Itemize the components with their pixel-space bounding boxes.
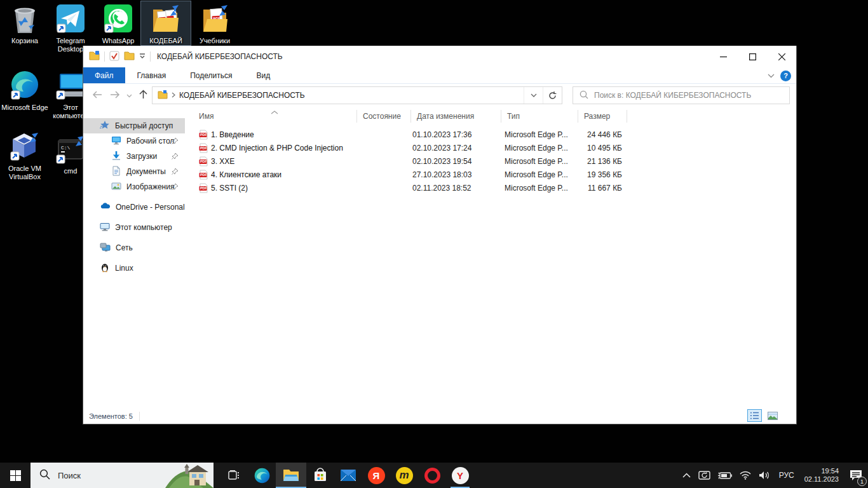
- details-view-button[interactable]: [747, 409, 762, 422]
- search-input[interactable]: Поиск в: КОДЕБАЙ КИБЕРБЕЗОПАСНОСТЬ: [573, 86, 790, 104]
- telegram-icon: [46, 3, 95, 35]
- taskbar-explorer-button[interactable]: [276, 463, 306, 488]
- taskbar-yandex-search-button[interactable]: Я: [362, 463, 390, 488]
- forward-button[interactable]: [107, 91, 123, 100]
- tab-share[interactable]: Поделиться: [178, 67, 244, 83]
- desktop-icon-edge[interactable]: Microsoft Edge: [0, 70, 50, 112]
- download-arrow-icon: [111, 151, 121, 163]
- file-size: 19 356 КБ: [560, 170, 622, 179]
- tab-home[interactable]: Главная: [125, 67, 179, 83]
- taskbar-yandex-browser-button[interactable]: Y: [446, 463, 474, 488]
- sidebar-item-onedrive[interactable]: OneDrive - Personal: [83, 200, 185, 215]
- desktop-icon-kodebay-folder[interactable]: PDF КОДЕБАЙ: [141, 1, 191, 45]
- taskbar-opera-button[interactable]: [418, 463, 446, 488]
- tray-chevron-up-icon[interactable]: [679, 463, 695, 488]
- tray-volume-icon[interactable]: [755, 463, 774, 488]
- separator: [139, 412, 140, 421]
- desktop-icon-whatsapp[interactable]: WhatsApp: [93, 3, 143, 45]
- pdf-file-icon: PDF: [199, 183, 208, 195]
- action-center-button[interactable]: 1: [844, 463, 868, 488]
- desktop-icon-uchebniki-folder[interactable]: PDF Учебники: [190, 3, 240, 45]
- properties-check-icon[interactable]: [109, 51, 119, 63]
- recent-locations-chevron-icon[interactable]: [125, 91, 133, 100]
- edge-icon: [0, 70, 50, 102]
- address-bar[interactable]: КОДЕБАЙ КИБЕРБЕЗОПАСНОСТЬ: [152, 86, 562, 104]
- file-row[interactable]: PDF 2. CMD Injection & PHP Code Injectio…: [185, 142, 796, 155]
- start-button[interactable]: [0, 463, 31, 488]
- file-row[interactable]: PDF 3. XXE 02.10.2023 19:54 Microsoft Ed…: [185, 155, 796, 168]
- back-button[interactable]: [90, 91, 105, 100]
- desktop: Корзина Telegram Desktop WhatsA: [0, 0, 868, 488]
- sidebar-item-desktop[interactable]: Рабочий стол: [83, 133, 185, 149]
- sidebar-item-linux[interactable]: Linux: [83, 261, 185, 276]
- tab-view[interactable]: Вид: [244, 67, 282, 83]
- desktop-icon-virtualbox[interactable]: Oracle VM VirtualBox: [0, 131, 50, 181]
- close-button[interactable]: [767, 46, 796, 67]
- tray-language-indicator[interactable]: РУС: [774, 471, 799, 480]
- desktop-icon-label: WhatsApp: [93, 37, 143, 45]
- search-placeholder: Поиск в: КОДЕБАЙ КИБЕРБЕЗОПАСНОСТЬ: [594, 91, 751, 100]
- sidebar-item-pictures[interactable]: Изображения: [83, 179, 185, 194]
- new-folder-icon[interactable]: [89, 51, 100, 62]
- system-tray: РУС 19:54 02.11.2023 1: [679, 463, 868, 488]
- taskbar-mail-button[interactable]: [334, 463, 362, 488]
- tray-cast-icon[interactable]: [695, 463, 714, 488]
- sidebar-item-quick-access[interactable]: Быстрый доступ: [83, 118, 185, 133]
- taskbar-edge-button[interactable]: [248, 463, 276, 488]
- tray-clock[interactable]: 19:54 02.11.2023: [799, 467, 844, 484]
- minimize-button[interactable]: [709, 46, 738, 67]
- taskbar-store-button[interactable]: [306, 463, 334, 488]
- pdf-file-icon: PDF: [199, 156, 208, 168]
- task-view-button[interactable]: [220, 463, 248, 488]
- tray-battery-icon[interactable]: [714, 463, 736, 488]
- maximize-button[interactable]: [738, 46, 767, 67]
- file-row[interactable]: PDF 4. Клиентские атаки 27.10.2023 18:03…: [185, 168, 796, 182]
- expand-ribbon-chevron-icon[interactable]: [768, 71, 775, 80]
- sidebar-item-this-pc[interactable]: Этот компьютер: [83, 220, 185, 235]
- file-name: 3. XXE: [211, 157, 234, 166]
- breadcrumb-chevron-icon[interactable]: [172, 91, 175, 100]
- column-header-size[interactable]: Размер: [584, 112, 610, 121]
- help-button[interactable]: ?: [780, 71, 791, 81]
- sidebar-item-documents[interactable]: Документы: [83, 164, 185, 179]
- column-header-date[interactable]: Дата изменения: [417, 112, 474, 121]
- svg-text:PDF: PDF: [200, 159, 207, 163]
- sidebar-item-label: Linux: [115, 264, 133, 273]
- notification-count-badge: 1: [857, 477, 867, 486]
- file-row[interactable]: PDF 1. Введение 01.10.2023 17:36 Microso…: [185, 128, 796, 142]
- file-name: 1. Введение: [211, 130, 254, 139]
- column-header-type[interactable]: Тип: [507, 112, 520, 121]
- refresh-button[interactable]: [543, 87, 562, 104]
- search-highlight-picture[interactable]: [165, 463, 214, 488]
- svg-text:PDF: PDF: [200, 146, 207, 150]
- file-type: Microsoft Edge P...: [505, 170, 568, 179]
- virtualbox-icon: [0, 131, 50, 163]
- tab-file[interactable]: Файл: [83, 67, 125, 83]
- column-header-status[interactable]: Состояние: [363, 112, 401, 121]
- address-history-chevron-icon[interactable]: [524, 87, 543, 104]
- desktop-icon-label: Корзина: [0, 37, 50, 45]
- onedrive-cloud-icon: [100, 201, 111, 214]
- column-header-name[interactable]: Имя: [199, 112, 214, 121]
- up-button[interactable]: [136, 90, 151, 101]
- sidebar-item-label: Изображения: [126, 182, 174, 191]
- desktop-icon-recycle-bin[interactable]: Корзина: [0, 3, 50, 45]
- taskbar-search-input[interactable]: Поиск: [31, 463, 214, 488]
- folder-icon[interactable]: [124, 51, 135, 62]
- file-size: 21 136 КБ: [560, 157, 622, 166]
- file-row[interactable]: PDF 5. SSTI (2) 02.11.2023 18:52 Microso…: [185, 182, 796, 195]
- qat-customize-chevron-icon[interactable]: [139, 52, 146, 61]
- tray-wifi-icon[interactable]: [736, 463, 755, 488]
- window-title: КОДЕБАЙ КИБЕРБЕЗОПАСНОСТЬ: [157, 52, 283, 61]
- document-icon: [111, 166, 121, 178]
- sidebar-item-network[interactable]: Сеть: [83, 240, 185, 255]
- taskbar-amigo-button[interactable]: m: [390, 463, 418, 488]
- breadcrumb-segment[interactable]: КОДЕБАЙ КИБЕРБЕЗОПАСНОСТЬ: [179, 91, 305, 100]
- sidebar-item-downloads[interactable]: Загрузки: [83, 149, 185, 164]
- sidebar-item-label: Документы: [126, 167, 166, 176]
- network-icon: [100, 242, 111, 254]
- desktop-icon-label: Oracle VM VirtualBox: [0, 165, 50, 181]
- pdf-file-icon: PDF: [199, 143, 208, 155]
- thumbnails-view-button[interactable]: [765, 409, 780, 422]
- desktop-icon-label: КОДЕБАЙ: [141, 37, 191, 45]
